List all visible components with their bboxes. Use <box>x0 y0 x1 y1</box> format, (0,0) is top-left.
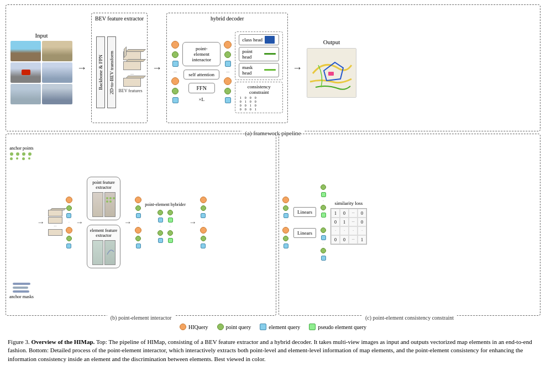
mask-head-row: mask head <box>239 63 279 77</box>
legend-pseudo-icon <box>309 324 316 330</box>
arrow-anchor-cube: → <box>37 218 45 227</box>
caption-bold: Overview of the HIMap. <box>30 338 95 345</box>
out-query-orange-2 <box>224 77 232 85</box>
q-col-out: · <box>200 197 207 248</box>
legend: HIQuery point query element query pseudo… <box>6 324 540 330</box>
legend-pseudo: pseudo element query <box>309 324 366 330</box>
mini-matrix: 1 0 0 0 0 1 0 0 0 0 1 0 0 <box>238 96 280 111</box>
bottom-left-label: (b) point-element interactor <box>107 315 175 321</box>
rc-q-col-2: · · <box>321 184 326 261</box>
anchor-masks-label: anchor masks <box>9 294 34 299</box>
output-map <box>307 48 356 98</box>
input-label: Input <box>35 32 48 39</box>
output-map-svg <box>307 49 356 98</box>
hybrider-label: point-element hybrider <box>145 202 186 207</box>
legend-point-label: point query <box>226 324 251 330</box>
bottom-right-label: (c) point-element consistency constraint <box>362 315 457 321</box>
hybrider-section: point-element hybrider · <box>145 202 186 243</box>
image-grid <box>11 41 72 104</box>
output-label: Output <box>323 39 340 45</box>
anchor-masks-group: anchor masks <box>9 283 34 299</box>
linears-top: Linears <box>293 207 316 217</box>
arrow-extractor-hybrider: → <box>124 218 132 227</box>
bottom-right-content: · Linears Linears · <box>282 137 537 312</box>
anchor-points-label: anchor points <box>9 146 33 151</box>
backbone-fpn: Backbone & FPN <box>96 36 105 108</box>
consistency-constraint-label: consistency constraint <box>238 84 280 95</box>
top-section: (a) framework pipeline Input → BEV featu… <box>6 4 540 131</box>
legend-pseudo-label: pseudo element query <box>318 324 366 330</box>
point-element-interactor-box: point-element interactor <box>182 42 221 66</box>
legend-hiq: HIQuery <box>180 324 208 330</box>
legend-element: element query <box>260 324 300 330</box>
legend-point-icon <box>217 324 224 330</box>
decoder-inner: ··· point-element interactor self attent… <box>171 24 283 120</box>
arrow-hybrider-out: → <box>189 218 197 227</box>
arrow-input-bev: → <box>77 62 87 74</box>
class-head-indicator <box>265 36 275 44</box>
linears-bottom: Linears <box>293 228 316 238</box>
img-road <box>42 41 72 61</box>
bottom-wrapper: (b) point-element interactor anchor poin… <box>6 134 540 316</box>
q-col-1: · <box>66 197 72 248</box>
arrow-q1-extractor: → <box>76 218 83 227</box>
xl-label: ×L <box>198 97 204 102</box>
query-green-1 <box>172 51 179 58</box>
query-green-2 <box>172 88 179 94</box>
legend-element-label: element query <box>269 324 300 330</box>
input-block: Input <box>11 32 72 104</box>
legend-element-icon <box>260 324 266 330</box>
output-queries: ··· <box>224 41 232 103</box>
out-query-blue-2 <box>225 97 231 103</box>
consistency-constraint-box: consistency constraint 1 0 0 0 0 1 0 0 0… <box>235 82 283 113</box>
point-head-label: point head <box>242 49 262 60</box>
module-stack: point-element interactor self attention … <box>182 42 221 102</box>
hybrid-decoder-label: hybrid decoder <box>171 15 283 22</box>
anchors-col: anchor points <box>9 146 34 299</box>
img-car <box>11 62 41 83</box>
img-building <box>42 62 72 83</box>
anchor-dots-grid <box>10 152 33 160</box>
mask-lines <box>13 283 30 293</box>
img-sky <box>11 41 41 61</box>
hyb-col-2: · <box>167 210 173 243</box>
similarity-loss-label: similarity loss <box>335 200 363 206</box>
figure-caption: Figure 3. Overview of the HIMap. Top: Th… <box>6 338 540 363</box>
feature-extractors: point feature extractor <box>87 177 121 268</box>
out-query-orange-1 <box>224 41 232 49</box>
query-orange-2 <box>171 77 179 85</box>
hyb-col-1: · <box>158 210 163 243</box>
rc-q-col-1: · <box>282 197 289 248</box>
class-head-label: class head <box>242 37 262 43</box>
bottom-left-content: anchor points <box>9 137 272 312</box>
bev-inner: Backbone & FPN 2D-to-BEV transform ··· <box>96 24 142 120</box>
point-head-row: point head <box>239 47 279 61</box>
class-head-row: class head <box>239 34 279 45</box>
mask-head-indicator <box>264 69 276 71</box>
point-feature-extractor: point feature extractor <box>87 177 121 220</box>
arrow-decoder-output: → <box>292 62 302 74</box>
point-head-indicator <box>264 53 276 55</box>
legend-hiq-label: HIQuery <box>188 324 208 330</box>
heads-dashed-box: class head point head mask head <box>235 31 283 80</box>
query-orange-1 <box>171 41 179 49</box>
legend-hiq-icon <box>180 324 186 330</box>
mask-head-label: mask head <box>242 65 262 76</box>
hybrid-decoder: hybrid decoder ··· point-element interac… <box>166 13 288 123</box>
similarity-matrix: 1 0 ··· 0 0 1 ··· 0 · · · · 0 0 <box>330 208 367 245</box>
query-blue-1 <box>172 61 179 67</box>
query-blue-2 <box>172 97 179 103</box>
bev-features-label: BEV features <box>118 88 142 93</box>
input-queries: ··· <box>171 41 179 103</box>
caption-prefix: Figure 3. <box>8 338 30 345</box>
svg-rect-2 <box>328 72 334 76</box>
similarity-loss-section: similarity loss 1 0 ··· 0 0 1 ··· 0 · · … <box>330 200 367 245</box>
linears-col: Linears Linears <box>293 207 316 238</box>
small-cube: ··· <box>48 210 62 236</box>
q-col-2: · <box>135 197 141 248</box>
img-street <box>11 84 41 104</box>
output-block: Output <box>307 39 356 98</box>
bev-extractor-label: BEV feature extractor <box>95 15 144 22</box>
arrow-bev-decoder: → <box>152 62 162 74</box>
bottom-left-section: (b) point-element interactor anchor poin… <box>6 134 276 316</box>
